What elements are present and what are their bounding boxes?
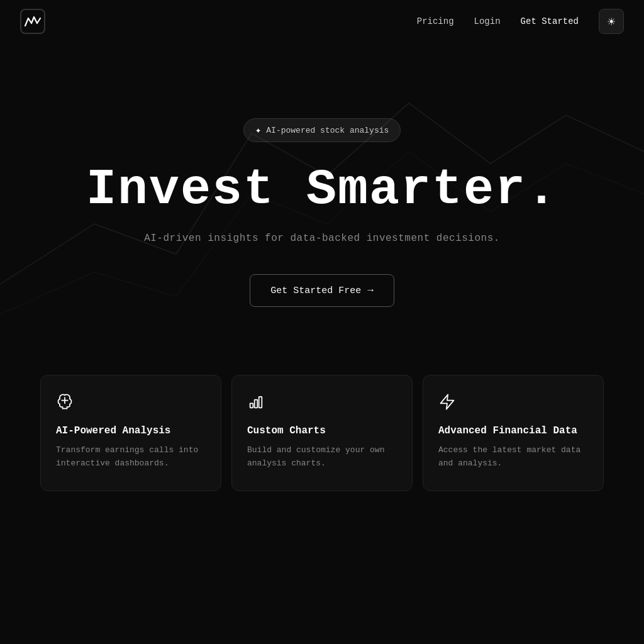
feature-card-financial: Advanced Financial Data Access the lates… [423,375,604,491]
hero-section: ✦ AI-powered stock analysis Invest Smart… [0,43,644,345]
nav-login[interactable]: Login [474,16,501,26]
feature-desc-charts: Build and customize your own analysis ch… [247,444,397,470]
navbar: Pricing Login Get Started ☀ [0,0,644,43]
feature-title-charts: Custom Charts [247,425,397,436]
cta-label: Get Started Free [270,286,361,296]
hero-title: Invest Smarter. [86,162,558,218]
feature-desc-financial: Access the latest market data and analys… [438,444,588,470]
bar-chart-icon [247,393,397,415]
arrow-icon: → [367,285,374,296]
nav-get-started[interactable]: Get Started [521,16,579,26]
hero-badge: ✦ AI-powered stock analysis [243,118,401,142]
features-section: AI-Powered Analysis Transform earnings c… [0,375,644,491]
feature-card-ai-analysis: AI-Powered Analysis Transform earnings c… [40,375,221,491]
bolt-icon [438,393,588,415]
svg-rect-2 [250,403,253,408]
badge-text: AI-powered stock analysis [266,126,389,135]
cta-button[interactable]: Get Started Free → [250,274,394,307]
feature-desc-ai: Transform earnings calls into interactiv… [56,444,206,470]
feature-card-charts: Custom Charts Build and customize your o… [231,375,413,491]
nav-pricing[interactable]: Pricing [417,16,454,26]
svg-rect-3 [255,400,258,408]
logo-icon [20,9,45,34]
svg-rect-4 [259,397,262,408]
feature-title-financial: Advanced Financial Data [438,425,588,436]
sun-icon: ☀ [607,16,616,28]
logo[interactable] [20,9,45,34]
nav-links: Pricing Login Get Started ☀ [417,9,624,34]
hero-subtitle: AI-driven insights for data-backed inves… [144,233,500,244]
brain-icon [56,393,206,415]
sparkle-icon: ✦ [255,124,262,136]
feature-title-ai: AI-Powered Analysis [56,425,206,436]
theme-toggle-button[interactable]: ☀ [599,9,624,34]
